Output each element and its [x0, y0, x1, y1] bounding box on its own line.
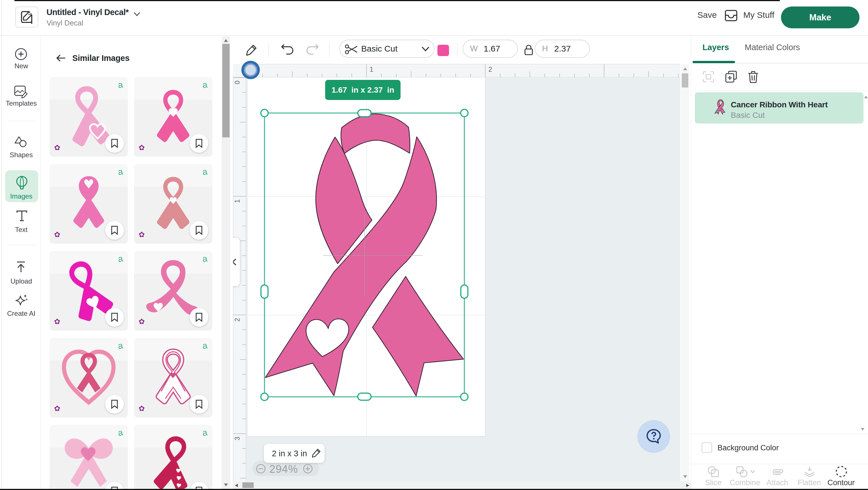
- svg-text:2: 2: [489, 66, 492, 73]
- svg-text:1: 1: [370, 66, 373, 73]
